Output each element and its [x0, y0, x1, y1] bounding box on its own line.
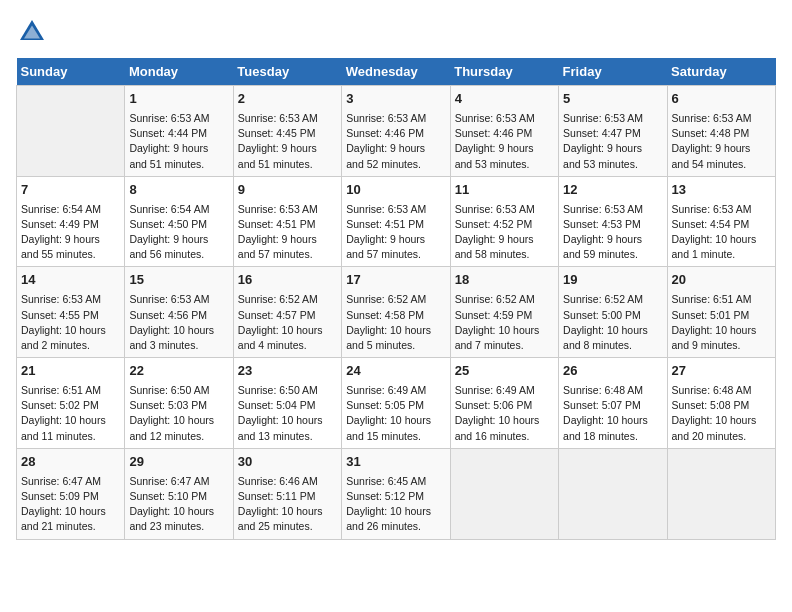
calendar-cell [17, 86, 125, 177]
day-number: 22 [129, 362, 228, 381]
day-number: 18 [455, 271, 554, 290]
day-info: Sunrise: 6:53 AM Sunset: 4:45 PM Dayligh… [238, 111, 337, 172]
calendar-cell: 15Sunrise: 6:53 AM Sunset: 4:56 PM Dayli… [125, 267, 233, 358]
calendar-cell: 11Sunrise: 6:53 AM Sunset: 4:52 PM Dayli… [450, 176, 558, 267]
day-info: Sunrise: 6:47 AM Sunset: 5:09 PM Dayligh… [21, 474, 120, 535]
calendar-cell: 30Sunrise: 6:46 AM Sunset: 5:11 PM Dayli… [233, 448, 341, 539]
day-number: 31 [346, 453, 445, 472]
day-info: Sunrise: 6:54 AM Sunset: 4:50 PM Dayligh… [129, 202, 228, 263]
calendar-cell: 31Sunrise: 6:45 AM Sunset: 5:12 PM Dayli… [342, 448, 450, 539]
day-number: 10 [346, 181, 445, 200]
day-number: 3 [346, 90, 445, 109]
calendar-cell: 14Sunrise: 6:53 AM Sunset: 4:55 PM Dayli… [17, 267, 125, 358]
day-number: 26 [563, 362, 662, 381]
day-number: 14 [21, 271, 120, 290]
weekday-header-thursday: Thursday [450, 58, 558, 86]
calendar-cell [559, 448, 667, 539]
calendar-cell: 20Sunrise: 6:51 AM Sunset: 5:01 PM Dayli… [667, 267, 775, 358]
day-number: 20 [672, 271, 771, 290]
calendar-header-row: SundayMondayTuesdayWednesdayThursdayFrid… [17, 58, 776, 86]
calendar-cell: 5Sunrise: 6:53 AM Sunset: 4:47 PM Daylig… [559, 86, 667, 177]
day-number: 5 [563, 90, 662, 109]
calendar-cell: 1Sunrise: 6:53 AM Sunset: 4:44 PM Daylig… [125, 86, 233, 177]
day-number: 1 [129, 90, 228, 109]
calendar-cell [667, 448, 775, 539]
weekday-header-wednesday: Wednesday [342, 58, 450, 86]
day-number: 12 [563, 181, 662, 200]
calendar-cell [450, 448, 558, 539]
calendar-cell: 21Sunrise: 6:51 AM Sunset: 5:02 PM Dayli… [17, 358, 125, 449]
day-number: 2 [238, 90, 337, 109]
calendar-cell: 28Sunrise: 6:47 AM Sunset: 5:09 PM Dayli… [17, 448, 125, 539]
calendar-cell: 17Sunrise: 6:52 AM Sunset: 4:58 PM Dayli… [342, 267, 450, 358]
day-info: Sunrise: 6:51 AM Sunset: 5:01 PM Dayligh… [672, 292, 771, 353]
calendar-cell: 3Sunrise: 6:53 AM Sunset: 4:46 PM Daylig… [342, 86, 450, 177]
day-info: Sunrise: 6:48 AM Sunset: 5:08 PM Dayligh… [672, 383, 771, 444]
day-info: Sunrise: 6:53 AM Sunset: 4:51 PM Dayligh… [346, 202, 445, 263]
week-row-4: 21Sunrise: 6:51 AM Sunset: 5:02 PM Dayli… [17, 358, 776, 449]
calendar-cell: 16Sunrise: 6:52 AM Sunset: 4:57 PM Dayli… [233, 267, 341, 358]
calendar-cell: 23Sunrise: 6:50 AM Sunset: 5:04 PM Dayli… [233, 358, 341, 449]
day-info: Sunrise: 6:50 AM Sunset: 5:04 PM Dayligh… [238, 383, 337, 444]
day-info: Sunrise: 6:47 AM Sunset: 5:10 PM Dayligh… [129, 474, 228, 535]
day-number: 21 [21, 362, 120, 381]
day-info: Sunrise: 6:53 AM Sunset: 4:53 PM Dayligh… [563, 202, 662, 263]
calendar-cell: 6Sunrise: 6:53 AM Sunset: 4:48 PM Daylig… [667, 86, 775, 177]
day-info: Sunrise: 6:49 AM Sunset: 5:05 PM Dayligh… [346, 383, 445, 444]
day-number: 8 [129, 181, 228, 200]
day-info: Sunrise: 6:53 AM Sunset: 4:52 PM Dayligh… [455, 202, 554, 263]
day-number: 9 [238, 181, 337, 200]
calendar-cell: 2Sunrise: 6:53 AM Sunset: 4:45 PM Daylig… [233, 86, 341, 177]
week-row-2: 7Sunrise: 6:54 AM Sunset: 4:49 PM Daylig… [17, 176, 776, 267]
day-number: 17 [346, 271, 445, 290]
day-info: Sunrise: 6:53 AM Sunset: 4:54 PM Dayligh… [672, 202, 771, 263]
calendar-cell: 27Sunrise: 6:48 AM Sunset: 5:08 PM Dayli… [667, 358, 775, 449]
week-row-1: 1Sunrise: 6:53 AM Sunset: 4:44 PM Daylig… [17, 86, 776, 177]
week-row-5: 28Sunrise: 6:47 AM Sunset: 5:09 PM Dayli… [17, 448, 776, 539]
calendar-cell: 9Sunrise: 6:53 AM Sunset: 4:51 PM Daylig… [233, 176, 341, 267]
weekday-header-saturday: Saturday [667, 58, 775, 86]
day-info: Sunrise: 6:51 AM Sunset: 5:02 PM Dayligh… [21, 383, 120, 444]
day-info: Sunrise: 6:53 AM Sunset: 4:47 PM Dayligh… [563, 111, 662, 172]
day-number: 11 [455, 181, 554, 200]
day-number: 4 [455, 90, 554, 109]
day-number: 25 [455, 362, 554, 381]
day-info: Sunrise: 6:48 AM Sunset: 5:07 PM Dayligh… [563, 383, 662, 444]
day-number: 23 [238, 362, 337, 381]
calendar-cell: 10Sunrise: 6:53 AM Sunset: 4:51 PM Dayli… [342, 176, 450, 267]
day-number: 29 [129, 453, 228, 472]
logo-icon [16, 16, 48, 48]
day-info: Sunrise: 6:52 AM Sunset: 5:00 PM Dayligh… [563, 292, 662, 353]
logo [16, 16, 52, 48]
day-info: Sunrise: 6:53 AM Sunset: 4:51 PM Dayligh… [238, 202, 337, 263]
calendar-cell: 29Sunrise: 6:47 AM Sunset: 5:10 PM Dayli… [125, 448, 233, 539]
day-number: 24 [346, 362, 445, 381]
calendar-table: SundayMondayTuesdayWednesdayThursdayFrid… [16, 58, 776, 540]
day-info: Sunrise: 6:52 AM Sunset: 4:57 PM Dayligh… [238, 292, 337, 353]
day-number: 15 [129, 271, 228, 290]
calendar-cell: 22Sunrise: 6:50 AM Sunset: 5:03 PM Dayli… [125, 358, 233, 449]
calendar-cell: 24Sunrise: 6:49 AM Sunset: 5:05 PM Dayli… [342, 358, 450, 449]
calendar-cell: 25Sunrise: 6:49 AM Sunset: 5:06 PM Dayli… [450, 358, 558, 449]
day-info: Sunrise: 6:53 AM Sunset: 4:46 PM Dayligh… [455, 111, 554, 172]
day-info: Sunrise: 6:53 AM Sunset: 4:46 PM Dayligh… [346, 111, 445, 172]
calendar-cell: 8Sunrise: 6:54 AM Sunset: 4:50 PM Daylig… [125, 176, 233, 267]
day-number: 7 [21, 181, 120, 200]
day-info: Sunrise: 6:46 AM Sunset: 5:11 PM Dayligh… [238, 474, 337, 535]
calendar-cell: 7Sunrise: 6:54 AM Sunset: 4:49 PM Daylig… [17, 176, 125, 267]
day-number: 30 [238, 453, 337, 472]
day-info: Sunrise: 6:49 AM Sunset: 5:06 PM Dayligh… [455, 383, 554, 444]
day-number: 6 [672, 90, 771, 109]
weekday-header-tuesday: Tuesday [233, 58, 341, 86]
calendar-cell: 4Sunrise: 6:53 AM Sunset: 4:46 PM Daylig… [450, 86, 558, 177]
day-info: Sunrise: 6:53 AM Sunset: 4:44 PM Dayligh… [129, 111, 228, 172]
calendar-cell: 12Sunrise: 6:53 AM Sunset: 4:53 PM Dayli… [559, 176, 667, 267]
day-info: Sunrise: 6:50 AM Sunset: 5:03 PM Dayligh… [129, 383, 228, 444]
day-info: Sunrise: 6:53 AM Sunset: 4:55 PM Dayligh… [21, 292, 120, 353]
calendar-cell: 26Sunrise: 6:48 AM Sunset: 5:07 PM Dayli… [559, 358, 667, 449]
weekday-header-friday: Friday [559, 58, 667, 86]
page-header [16, 16, 776, 48]
calendar-cell: 18Sunrise: 6:52 AM Sunset: 4:59 PM Dayli… [450, 267, 558, 358]
day-info: Sunrise: 6:54 AM Sunset: 4:49 PM Dayligh… [21, 202, 120, 263]
calendar-cell: 13Sunrise: 6:53 AM Sunset: 4:54 PM Dayli… [667, 176, 775, 267]
